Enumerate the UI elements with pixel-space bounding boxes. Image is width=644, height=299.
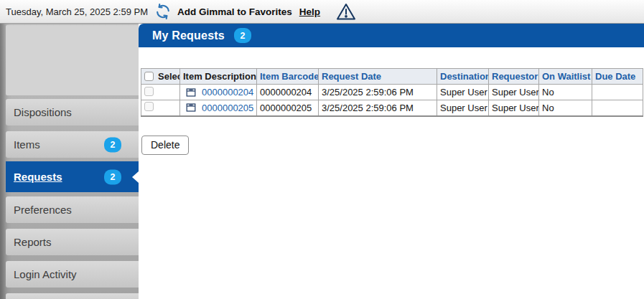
requestor-cell: Super User — [489, 100, 539, 116]
request-date-cell: 3/25/2025 2:59:06 PM — [319, 100, 437, 116]
destination-cell: Super User — [437, 85, 489, 100]
sidebar-item-reports[interactable]: Reports — [6, 229, 139, 255]
requestor-cell: Super User — [489, 85, 539, 100]
item-description-cell: 0000000205 — [180, 100, 257, 116]
sidebar-item-label: Dispositions — [14, 106, 72, 118]
destination-cell: Super User — [437, 100, 489, 116]
sidebar-item-label: Items — [14, 138, 40, 151]
item-barcode-cell: 0000000205 — [257, 100, 319, 116]
requests-count-badge: 2 — [234, 28, 251, 43]
item-description-link[interactable]: 0000000204 — [202, 87, 253, 98]
column-header-requestor[interactable]: Requestor — [489, 69, 539, 85]
on-waitlist-cell: No — [539, 85, 592, 100]
column-header-label: Select — [158, 71, 180, 82]
record-box-icon — [186, 87, 196, 98]
column-header-due-date[interactable]: Due Date — [592, 69, 643, 85]
sidebar-item-items[interactable]: Items 2 — [6, 131, 139, 158]
table-row: 0000000204 0000000204 3/25/2025 2:59:06 … — [141, 85, 643, 100]
table-header-row: Select Item Description Item Barcode Req… — [141, 69, 643, 85]
my-requests-table: Select Item Description Item Barcode Req… — [141, 68, 643, 117]
page-header: My Requests 2 — [139, 24, 644, 47]
column-header-select: Select — [141, 69, 180, 85]
column-header-request-date[interactable]: Request Date — [319, 69, 437, 85]
sidebar-item-label: Login Activity — [14, 268, 77, 280]
datetime-text: Tuesday, March 25, 2025 2:59 PM — [6, 6, 148, 17]
sidebar-item-label: Preferences — [14, 204, 72, 216]
help-link[interactable]: Help — [299, 6, 320, 17]
content-area: Select Item Description Item Barcode Req… — [139, 47, 644, 299]
topbar: Tuesday, March 25, 2025 2:59 PM Add Gimm… — [0, 0, 644, 24]
count-badge: 2 — [104, 169, 121, 184]
sidebar-item-label: Reports — [14, 236, 52, 248]
add-to-favorites-link[interactable]: Add Gimmal to Favorites — [177, 6, 292, 17]
sidebar-item-requests[interactable]: Requests 2 — [6, 161, 139, 192]
page-title: My Requests — [152, 29, 225, 42]
sidebar-item-label: Requests — [14, 171, 62, 183]
select-cell — [141, 100, 180, 116]
sidebar-item-login-activity[interactable]: Login Activity — [6, 261, 139, 288]
row-select-checkbox[interactable] — [144, 87, 154, 96]
column-header-item-description: Item Description — [180, 69, 257, 85]
sidebar-item-dispositions[interactable]: Dispositions — [6, 99, 139, 125]
table-row: 0000000205 0000000205 3/25/2025 2:59:06 … — [141, 100, 643, 116]
due-date-cell — [592, 85, 643, 100]
due-date-cell — [592, 100, 643, 116]
warning-triangle-icon[interactable] — [335, 2, 357, 22]
item-description-link[interactable]: 0000000205 — [202, 103, 253, 113]
delete-button[interactable]: Delete — [141, 136, 189, 155]
sidebar-item-partial[interactable] — [6, 293, 139, 299]
item-barcode-cell: 0000000204 — [257, 85, 319, 100]
column-header-on-waitlist[interactable]: On Waitlist — [539, 69, 592, 85]
page-layout: Dispositions Items 2 Requests 2 Preferen… — [0, 24, 644, 299]
column-header-item-barcode[interactable]: Item Barcode — [257, 69, 319, 85]
select-all-checkbox[interactable] — [144, 72, 154, 81]
refresh-icon[interactable] — [155, 4, 171, 19]
count-badge: 2 — [104, 137, 121, 152]
logo-placeholder — [6, 25, 139, 95]
main-panel: My Requests 2 Select — [139, 24, 644, 299]
select-cell — [141, 85, 180, 100]
selected-item-arrow — [132, 171, 139, 184]
on-waitlist-cell: No — [539, 100, 592, 116]
record-box-icon — [186, 103, 196, 113]
row-select-checkbox[interactable] — [144, 102, 154, 111]
sidebar: Dispositions Items 2 Requests 2 Preferen… — [0, 24, 139, 299]
column-header-destination[interactable]: Destination — [437, 69, 489, 85]
request-date-cell: 3/25/2025 2:59:06 PM — [319, 85, 437, 100]
sidebar-item-preferences[interactable]: Preferences — [6, 196, 139, 223]
item-description-cell: 0000000204 — [180, 85, 257, 100]
